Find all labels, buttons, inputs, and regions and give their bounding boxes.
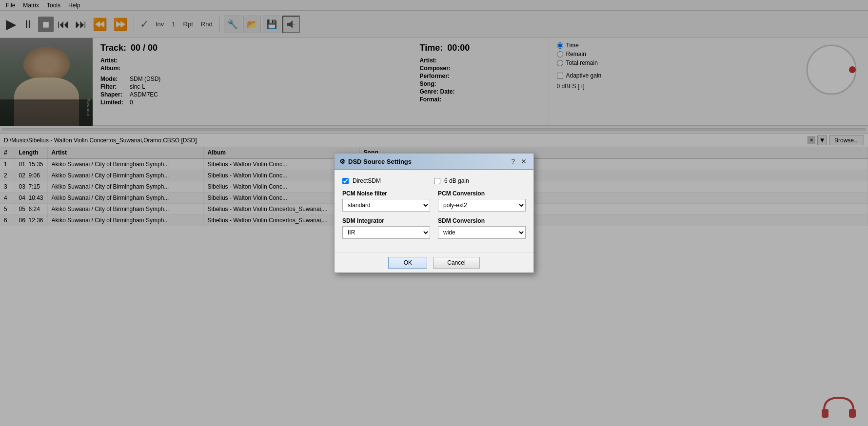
modal-close-button[interactable]: ✕ [519, 156, 529, 166]
sdm-columns: SDM Integrator IIR SDM Conversion wide [342, 217, 526, 239]
sdm-conversion-select[interactable]: wide [438, 226, 526, 239]
pcm-conversion-group: PCM Conversion poly-ext2 [438, 190, 526, 212]
sdm-conversion-label: SDM Conversion [438, 217, 526, 224]
gain-6db-label: 6 dB gain [444, 177, 469, 184]
sdm-integrator-group: SDM Integrator IIR [342, 217, 430, 239]
modal-footer: OK Cancel [335, 252, 533, 272]
sdm-integrator-select[interactable]: IIR [342, 226, 430, 239]
cancel-button[interactable]: Cancel [433, 257, 479, 269]
direct-sdm-checkbox[interactable] [342, 178, 349, 184]
ok-button[interactable]: OK [388, 257, 427, 269]
modal-body: DirectSDM 6 dB gain PCM Noise filter sta… [335, 170, 533, 252]
sdm-conversion-group: SDM Conversion wide [438, 217, 526, 239]
modal-title-icon: ⚙ [339, 158, 345, 165]
modal-title-bar: ⚙ DSD Source Settings ? ✕ [335, 154, 533, 170]
modal-controls: ? ✕ [509, 156, 529, 166]
modal-title: ⚙ DSD Source Settings [339, 158, 412, 165]
pcm-conversion-label: PCM Conversion [438, 190, 526, 197]
dsd-settings-modal: ⚙ DSD Source Settings ? ✕ DirectSDM 6 dB… [334, 153, 534, 273]
sdm-integrator-label: SDM Integrator [342, 217, 430, 224]
pcm-noise-filter-select[interactable]: standard [342, 199, 430, 212]
direct-sdm-checkbox-group: DirectSDM [342, 177, 434, 184]
pcm-noise-filter-group: PCM Noise filter standard [342, 190, 430, 212]
modal-columns: PCM Noise filter standard PCM Conversion… [342, 190, 526, 212]
pcm-noise-filter-label: PCM Noise filter [342, 190, 430, 197]
gain-6db-checkbox-group: 6 dB gain [434, 177, 526, 184]
gain-6db-checkbox[interactable] [434, 178, 440, 184]
direct-sdm-label: DirectSDM [353, 177, 381, 184]
modal-help-button[interactable]: ? [509, 156, 517, 166]
pcm-conversion-select[interactable]: poly-ext2 [438, 199, 526, 212]
direct-sdm-row: DirectSDM 6 dB gain [342, 177, 526, 184]
modal-overlay: ⚙ DSD Source Settings ? ✕ DirectSDM 6 dB… [0, 0, 868, 426]
